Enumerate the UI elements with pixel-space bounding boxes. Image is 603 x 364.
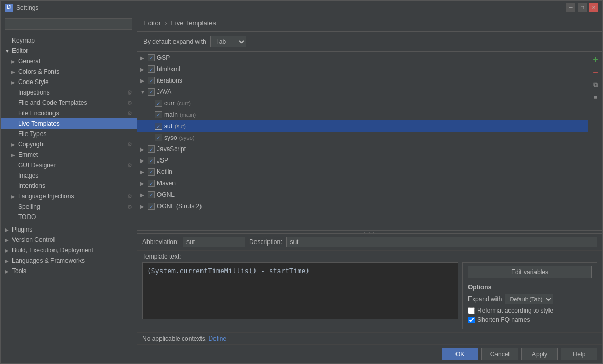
help-button[interactable]: Help — [561, 348, 597, 360]
sidebar-item-todo[interactable]: TODO — [1, 212, 137, 222]
sidebar-item-general[interactable]: ▶ General — [1, 56, 137, 66]
tree-checkbox[interactable]: ✓ — [148, 88, 155, 96]
tree-item-javascript[interactable]: ▶ ✓ JavaScript — [137, 143, 588, 155]
expand-with-select[interactable]: Default (Tab) Tab Enter Space — [505, 294, 553, 304]
tree-checkbox[interactable]: ✓ — [148, 168, 155, 176]
expand-arrow: ▶ — [11, 152, 16, 158]
tree-arrow: ▶ — [140, 66, 148, 72]
tree-checkbox[interactable]: ✓ — [148, 145, 155, 153]
tree-checkbox[interactable]: ✓ — [148, 157, 155, 164]
abbreviation-input[interactable]: sut — [183, 237, 245, 247]
move-template-button[interactable]: ≡ — [590, 91, 601, 103]
sidebar-item-images[interactable]: Images — [1, 170, 137, 181]
sidebar-item-tools[interactable]: ▶ Tools — [1, 266, 137, 276]
sidebar-item-live-templates[interactable]: Live Templates — [1, 118, 137, 129]
tree-item-kotlin[interactable]: ▶ ✓ Kotlin — [137, 166, 588, 178]
sidebar-item-label: Colors & Fonts — [18, 68, 59, 75]
tree-checkbox[interactable]: ✓ — [155, 100, 162, 107]
sidebar-item-copyright[interactable]: ▶ Copyright ⚙ — [1, 139, 137, 150]
template-body: (System.currentTimeMillis() - startTime)… — [137, 262, 602, 332]
sidebar-item-file-types[interactable]: File Types — [1, 129, 137, 139]
remove-template-button[interactable]: − — [590, 66, 601, 78]
sidebar-item-colors-fonts[interactable]: ▶ Colors & Fonts — [1, 66, 137, 77]
sidebar-item-emmet[interactable]: ▶ Emmet — [1, 150, 137, 160]
tree-checkbox[interactable]: ✓ — [155, 123, 162, 130]
tree-item-iterations[interactable]: ▶ ✓ iterations — [137, 75, 588, 86]
tree-item-ognl[interactable]: ▶ ✓ OGNL — [137, 189, 588, 200]
sidebar-item-label: Images — [18, 172, 38, 179]
cancel-button[interactable]: Cancel — [481, 348, 518, 360]
tree-checkbox[interactable]: ✓ — [148, 180, 155, 187]
gear-icon: ⚙ — [127, 193, 132, 200]
tree-item-main[interactable]: ✓ main (main) — [137, 109, 588, 120]
sidebar-item-label: File Types — [18, 130, 46, 138]
edit-variables-button[interactable]: Edit variables — [468, 266, 592, 278]
sidebar-item-keymap[interactable]: Keymap — [1, 35, 137, 46]
fields-row: Abbreviation: sut Description: sut — [137, 234, 602, 251]
gear-icon: ⚙ — [127, 100, 132, 106]
search-input[interactable] — [5, 18, 132, 30]
tree-item-java[interactable]: ▼ ✓ JAVA — [137, 86, 588, 98]
expand-select[interactable]: Tab Enter Space — [210, 36, 246, 47]
window-title: Settings — [16, 4, 566, 11]
apply-button[interactable]: Apply — [521, 348, 558, 360]
tree-item-syso[interactable]: ✓ syso (syso) — [137, 132, 588, 143]
sidebar-item-inspections[interactable]: Inspections ⚙ — [1, 87, 137, 98]
tree-item-jsp[interactable]: ▶ ✓ JSP — [137, 155, 588, 166]
sidebar-item-label: Build, Execution, Deployment — [12, 247, 93, 254]
sidebar-item-language-injections[interactable]: ▶ Language Injections ⚙ — [1, 191, 137, 201]
shorten-checkbox[interactable] — [468, 317, 475, 323]
template-editor[interactable]: (System.currentTimeMillis() - startTime) — [142, 262, 458, 319]
tree-checkbox[interactable]: ✓ — [148, 203, 155, 210]
tree-arrow: ▼ — [140, 89, 148, 95]
tree-item-sut[interactable]: ✓ sut (sut) — [137, 120, 588, 132]
tree-label: JAVA — [157, 88, 171, 96]
sidebar-item-plugins[interactable]: ▶ Plugins — [1, 224, 137, 235]
sidebar-item-label: Spelling — [18, 203, 41, 210]
tree-label: syso — [164, 134, 177, 141]
description-label: Description: — [249, 238, 282, 246]
ok-button[interactable]: OK — [442, 348, 478, 360]
add-template-button[interactable]: + — [590, 54, 601, 65]
reformat-checkbox[interactable] — [468, 307, 475, 314]
tree-label: OGNL — [157, 191, 175, 198]
sidebar-item-file-code-templates[interactable]: File and Code Templates ⚙ — [1, 98, 137, 108]
options-title: Options — [468, 284, 592, 291]
tree-label: GSP — [157, 54, 170, 61]
sidebar-item-label: File Encodings — [18, 110, 59, 117]
expand-label: By default expand with — [143, 38, 206, 45]
tree-arrow: ▶ — [140, 55, 148, 61]
tree-item-html-xml[interactable]: ▶ ✓ html/xml — [137, 63, 588, 75]
breadcrumb-parent: Editor — [143, 19, 161, 27]
tree-arrow: ▶ — [140, 158, 148, 164]
sidebar-item-gui-designer[interactable]: GUI Designer ⚙ — [1, 160, 137, 170]
define-link[interactable]: Define — [208, 335, 226, 342]
description-input[interactable]: sut — [286, 237, 597, 247]
tree-item-curr[interactable]: ✓ curr (curr) — [137, 98, 588, 109]
tree-checkbox[interactable]: ✓ — [155, 134, 162, 141]
sidebar-item-build-execution[interactable]: ▶ Build, Execution, Deployment — [1, 245, 137, 255]
sidebar-item-editor[interactable]: ▼ Editor — [1, 46, 137, 56]
settings-window: IJ Settings ─ □ ✕ Keymap ▼ Editor — [0, 0, 603, 364]
tree-item-gsp[interactable]: ▶ ✓ GSP — [137, 52, 588, 63]
tree-checkbox[interactable]: ✓ — [155, 111, 162, 118]
tree-checkbox[interactable]: ✓ — [148, 191, 155, 198]
sidebar-item-version-control[interactable]: ▶ Version Control — [1, 235, 137, 245]
sidebar-item-intentions[interactable]: Intentions — [1, 181, 137, 191]
sidebar-item-file-encodings[interactable]: File Encodings ⚙ — [1, 108, 137, 118]
tree-label: OGNL (Struts 2) — [157, 203, 202, 210]
minimize-button[interactable]: ─ — [566, 3, 575, 12]
restore-button[interactable]: □ — [578, 3, 587, 12]
tree-checkbox[interactable]: ✓ — [148, 54, 155, 61]
copy-template-button[interactable]: ⧉ — [590, 79, 601, 90]
sidebar-item-code-style[interactable]: ▶ Code Style — [1, 77, 137, 87]
sidebar-item-languages-frameworks[interactable]: ▶ Languages & Frameworks — [1, 255, 137, 266]
sidebar-item-spelling[interactable]: Spelling ⚙ — [1, 201, 137, 212]
gear-icon: ⚙ — [127, 89, 132, 96]
tree-checkbox[interactable]: ✓ — [148, 65, 155, 73]
tree-item-ognl-struts2[interactable]: ▶ ✓ OGNL (Struts 2) — [137, 200, 588, 212]
tree-item-maven[interactable]: ▶ ✓ Maven — [137, 178, 588, 189]
tree-label: curr — [164, 100, 175, 107]
close-button[interactable]: ✕ — [589, 3, 598, 12]
tree-checkbox[interactable]: ✓ — [148, 77, 155, 84]
